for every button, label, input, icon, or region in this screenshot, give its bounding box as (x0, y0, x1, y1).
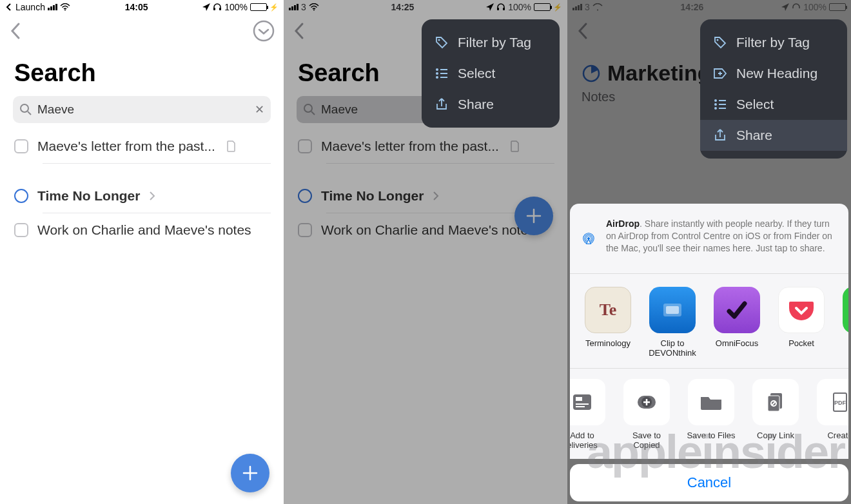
action-save-files[interactable]: Save to Files (686, 379, 736, 450)
phone-screen-3: 3 14:26 100% Marketing Notes Filter by T… (567, 0, 851, 504)
phone-screen-1: Launch 14:05 100% ⚡ Search ✕ Maeve's let… (0, 0, 284, 504)
app-label: Pocket (776, 338, 827, 348)
share-app-partial[interactable] (841, 287, 848, 358)
menu-label: Select (736, 97, 774, 112)
svg-rect-34 (576, 397, 582, 401)
headphones-icon (213, 3, 222, 11)
action-label: Add to eliveries (570, 431, 607, 450)
search-input[interactable] (37, 102, 249, 117)
battery-pct: 100% (224, 2, 248, 12)
terminology-icon: Te (585, 287, 631, 333)
chevron-right-icon (149, 191, 155, 201)
menu-new-heading[interactable]: New Heading (700, 58, 847, 89)
checkbox-icon[interactable] (14, 139, 28, 153)
checkbox-icon[interactable] (14, 223, 28, 237)
pocket-icon (778, 287, 825, 333)
dropdown-menu: Filter by Tag Select Share (422, 19, 560, 128)
menu-label: Select (458, 66, 495, 81)
airdrop-text: AirDrop. Share instantly with people nea… (606, 218, 837, 255)
svg-point-14 (436, 76, 438, 79)
status-bar: Launch 14:05 100% ⚡ (0, 0, 284, 14)
result-item[interactable]: Work on Charlie and Maeve's notes (13, 213, 271, 247)
result-text: Maeve's letter from the past... (37, 139, 215, 154)
cancel-button[interactable]: Cancel (570, 464, 848, 501)
action-copy-link[interactable]: Copy Link (750, 379, 801, 450)
select-icon (713, 97, 727, 111)
airdrop-section[interactable]: AirDrop. Share instantly with people nea… (570, 204, 848, 273)
tag-icon (713, 35, 727, 50)
menu-filter-by-tag[interactable]: Filter by Tag (700, 27, 847, 58)
menu-label: New Heading (736, 66, 817, 81)
add-button[interactable] (231, 454, 269, 492)
phone-screen-2: 3 14:25 100% ⚡ Search Maeve's letter fro… (284, 0, 567, 504)
back-app-icon (5, 3, 13, 11)
share-app[interactable]: OmniFocus (712, 287, 762, 358)
svg-text:PDF: PDF (834, 400, 846, 406)
svg-point-13 (436, 72, 438, 75)
menu-share[interactable]: Share (422, 89, 560, 120)
share-actions-row[interactable]: Add to eliveries Save to Copied Save to … (570, 368, 848, 459)
battery-icon (250, 3, 267, 11)
action-label: Save to Copied (621, 431, 672, 450)
search-box[interactable]: ✕ (13, 96, 271, 123)
action-save-copied[interactable]: Save to Copied (621, 379, 672, 450)
results-list: Maeve's letter from the past... Time No … (0, 123, 284, 247)
pdf-icon: PDF (826, 388, 848, 416)
devonthink-icon (649, 287, 696, 333)
svg-rect-33 (573, 394, 591, 410)
result-text: Work on Charlie and Maeve's notes (37, 222, 251, 238)
dropdown-menu: Filter by Tag New Heading Select Share (700, 19, 847, 159)
action-label: Save to Files (686, 431, 736, 440)
svg-rect-35 (576, 403, 589, 405)
menu-label: Filter by Tag (458, 35, 531, 50)
svg-rect-1 (213, 8, 215, 10)
back-icon[interactable] (9, 21, 23, 41)
action-label: Create (815, 431, 848, 440)
app-label: Terminology (583, 338, 633, 348)
location-icon (202, 3, 210, 11)
clear-icon[interactable]: ✕ (255, 102, 264, 117)
status-time: 14:05 (70, 2, 202, 12)
result-item[interactable]: Maeve's letter from the past... (13, 130, 271, 163)
result-item[interactable]: Time No Longer (13, 179, 271, 213)
app-label: OmniFocus (712, 338, 762, 348)
menu-share[interactable]: Share (700, 120, 847, 151)
svg-rect-36 (576, 406, 585, 407)
svg-point-11 (438, 39, 440, 41)
share-app[interactable]: Pocket (776, 287, 827, 358)
app-label: Clip to DEVONthink (647, 338, 698, 358)
svg-point-23 (714, 107, 717, 110)
svg-point-12 (436, 68, 438, 71)
svg-point-0 (64, 10, 66, 11)
svg-point-20 (717, 39, 719, 41)
menu-select[interactable]: Select (700, 89, 847, 120)
menu-select[interactable]: Select (422, 58, 560, 89)
signal-icon (48, 4, 57, 10)
nav-bar (0, 14, 284, 48)
menu-filter-by-tag[interactable]: Filter by Tag (422, 27, 560, 58)
svg-point-22 (714, 103, 717, 106)
radio-icon[interactable] (14, 189, 28, 203)
action-add-deliveries[interactable]: Add to eliveries (570, 379, 607, 450)
copied-icon (632, 388, 661, 416)
airdrop-icon (582, 218, 596, 259)
omnifocus-icon (714, 287, 760, 333)
svg-point-21 (714, 99, 717, 102)
document-icon (227, 141, 236, 152)
svg-point-3 (254, 21, 273, 41)
select-icon (435, 66, 449, 81)
svg-rect-32 (666, 306, 679, 314)
svg-line-5 (28, 111, 31, 115)
deliveries-icon (570, 388, 596, 416)
action-label: Copy Link (750, 431, 801, 440)
plus-heading-icon (713, 66, 727, 81)
share-apps-row[interactable]: Te Terminology Clip to DEVONthink OmniFo… (570, 273, 848, 368)
menu-circle-icon[interactable] (253, 20, 275, 42)
wifi-icon (60, 3, 70, 11)
share-app[interactable]: Clip to DEVONthink (647, 287, 698, 358)
link-icon (761, 388, 790, 416)
action-create-pdf[interactable]: PDF Create (815, 379, 848, 450)
back-app-label[interactable]: Launch (15, 2, 45, 12)
share-app[interactable]: Te Terminology (583, 287, 633, 358)
search-icon (19, 103, 32, 116)
